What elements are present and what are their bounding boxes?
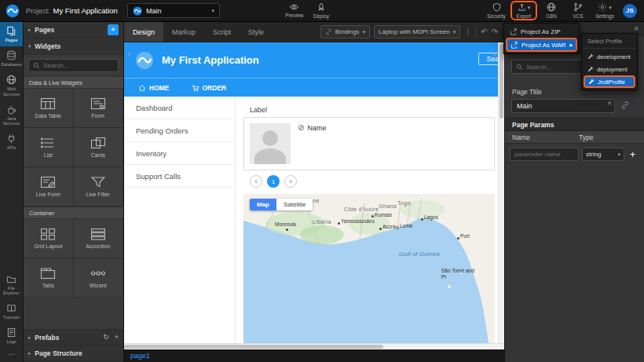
menu-item-project-as-zip[interactable]: Project As ZIP (506, 25, 577, 38)
menu-item-pending-orders[interactable]: Pending Orders (124, 119, 235, 142)
param-type-select[interactable]: string ▾ (582, 148, 624, 161)
rail-spacer (0, 154, 23, 269)
security-button[interactable]: Security (483, 1, 510, 20)
menu-item-jndiprofile[interactable]: JndiProfile (584, 75, 635, 88)
clear-icon[interactable]: × (607, 100, 612, 108)
menu-item-deployment-profile[interactable]: deployment (584, 63, 635, 75)
widget-data-table[interactable]: Data Table (24, 89, 74, 128)
more-options-icon[interactable]: ⋮ (464, 28, 472, 36)
nav-home[interactable]: HOME (138, 84, 170, 92)
menu-item-support-calls[interactable]: Support Calls (124, 165, 235, 188)
undo-button[interactable]: ↶ (481, 28, 487, 36)
map-button[interactable]: Map (250, 199, 276, 210)
widget-list[interactable]: List (24, 128, 74, 167)
tab-design[interactable]: Design (124, 22, 163, 42)
i18n-button[interactable]: i18N (538, 1, 565, 20)
google-map-widget[interactable]: Map Satellite Sierra Leone Monrovia Libe… (243, 194, 495, 343)
widget-accordion[interactable]: Accordion (74, 219, 124, 258)
widget-grid-layout[interactable]: Grid Layout (24, 219, 74, 258)
widget-search-input[interactable] (43, 62, 114, 69)
canvas-vertical-scrollbar[interactable] (498, 42, 504, 343)
widget-form[interactable]: Form (74, 89, 124, 128)
rail-item-tutorials[interactable]: Tutorials (0, 299, 23, 324)
export-icon (518, 2, 526, 12)
bindings-dropdown[interactable]: Bindings ▾ (320, 25, 370, 38)
menu-item-inventory[interactable]: Inventory (124, 142, 235, 165)
preview-button[interactable]: Preview (281, 1, 308, 20)
prefabs-section-header[interactable]: ▸ Prefabs ↻ + (24, 329, 123, 346)
collapse-left-panel-handle[interactable]: ◂ (126, 50, 130, 57)
menu-item-project-as-war[interactable]: Project As WAR ▶ (506, 38, 577, 52)
param-name-input[interactable] (510, 148, 579, 161)
chevron-icon: ▸ (28, 335, 31, 341)
map-label-lagos: Lagos (424, 214, 438, 220)
top-bar: Project: My First Application Main ▾ Pre… (0, 0, 644, 22)
widget-wizard[interactable]: Wizard (74, 258, 124, 298)
refresh-icon[interactable]: ↻ (103, 334, 109, 341)
pages-section-header[interactable]: ▸ Pages + (24, 22, 123, 38)
rail-more-button[interactable]: ⋯ (0, 348, 23, 362)
collapse-right-panel-handle[interactable]: ◂ (492, 50, 496, 57)
branch-selector[interactable]: Main ▾ (127, 3, 220, 18)
map-ring-lome (396, 226, 399, 229)
tab-script[interactable]: Script (204, 22, 240, 42)
settings-button[interactable]: ▾ Settings (591, 1, 618, 20)
vcs-button[interactable]: VCS (565, 1, 591, 20)
rail-item-web-services[interactable]: Web Services (0, 71, 23, 101)
list-icon (40, 137, 56, 149)
vertical-scroll-thumb[interactable] (499, 44, 503, 119)
rail-item-logs[interactable]: Logs (0, 324, 23, 348)
map-label-kumasi: Kumasi (375, 212, 392, 218)
chevron-down-icon: ▾ (528, 5, 531, 10)
map-label-accra: Accra (382, 224, 396, 229)
bind-link-icon[interactable] (620, 101, 630, 110)
app-preview-header: My First Application Search (124, 42, 504, 78)
menu-item-dashboard[interactable]: Dashboard (124, 97, 235, 119)
add-param-button[interactable]: + (630, 150, 635, 159)
rail-item-java-services[interactable]: Java Services (0, 101, 23, 130)
tab-style[interactable]: Style (240, 22, 273, 42)
rail-item-databases[interactable]: Databases (0, 46, 23, 71)
left-icon-rail: Pages Databases Web Services Java Servic… (0, 22, 24, 362)
rail-item-file-explorer[interactable]: File Explorer (0, 270, 23, 300)
widget-live-form[interactable]: Live Form (24, 167, 74, 207)
rail-item-pages[interactable]: Pages (0, 22, 23, 46)
no-image-icon: ⊘ (298, 124, 304, 132)
redo-button[interactable]: ↷ (492, 28, 498, 36)
form-icon (90, 97, 106, 110)
add-page-button[interactable]: + (108, 24, 119, 35)
carousel-prev-button[interactable]: ‹ (250, 175, 262, 188)
carousel-page-indicator[interactable]: 1 (267, 175, 280, 188)
deploy-button[interactable]: Deploy (308, 1, 335, 20)
canvas-horizontal-scrollbar[interactable] (124, 343, 504, 349)
close-icon[interactable]: × (634, 25, 639, 33)
grid-layout-icon (40, 228, 56, 240)
map-dot-port (457, 237, 459, 240)
add-prefab-button[interactable]: + (115, 334, 119, 341)
map-dot-accra (379, 228, 382, 230)
nav-order[interactable]: ORDER (192, 84, 227, 92)
widget-search-box[interactable] (28, 59, 119, 72)
user-avatar[interactable]: JS (623, 4, 637, 18)
page-title-input[interactable] (511, 99, 615, 113)
satellite-button[interactable]: Satellite (276, 199, 313, 210)
tab-markup[interactable]: Markup (163, 22, 204, 42)
widget-live-filter[interactable]: Live Filter (74, 167, 124, 207)
status-page-name[interactable]: page1 (130, 352, 150, 360)
export-button[interactable]: ▾ Export (510, 1, 537, 20)
topbar-center-actions: Preview Deploy (281, 1, 335, 20)
label-widget[interactable]: Label (250, 106, 267, 114)
map-dot-lagos (421, 218, 423, 221)
picture-panel[interactable]: ⊘ Name (243, 117, 495, 170)
widget-cards[interactable]: Cards (74, 128, 124, 167)
page-structure-section-header[interactable]: ▸ Page Structure (24, 346, 123, 362)
widgets-section-header[interactable]: ▾ Widgets (24, 38, 123, 55)
horizontal-scroll-thumb[interactable] (124, 345, 383, 349)
branch-name: Main (146, 7, 207, 15)
rail-item-apis[interactable]: APIs (0, 130, 23, 154)
menu-item-development-profile[interactable]: development (584, 50, 635, 63)
project-label: Project: (26, 7, 50, 15)
carousel-next-button[interactable]: › (284, 175, 297, 188)
widget-tabs[interactable]: Tabs (24, 258, 74, 298)
device-selector-dropdown[interactable]: Laptop with MDPI Screen ▾ (374, 25, 460, 38)
